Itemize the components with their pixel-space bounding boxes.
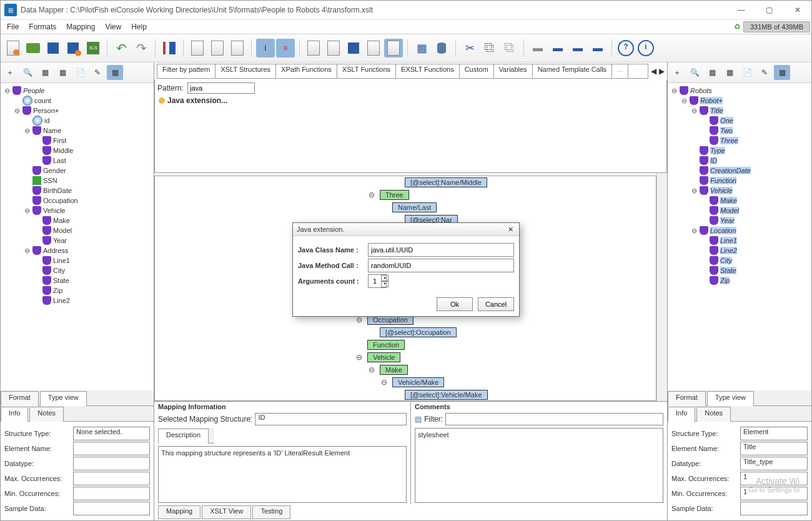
menu-view[interactable]: View (100, 21, 126, 32)
lt-btn4[interactable]: ▦ (54, 65, 71, 80)
copy-button[interactable]: ⿻ (480, 39, 499, 57)
source-node-address[interactable]: ⊖Address (3, 246, 151, 256)
target-node-model[interactable]: Model (670, 206, 809, 216)
center-tab-0[interactable]: Filter by pattern (157, 64, 215, 78)
cut-button[interactable]: ✂ (460, 39, 479, 57)
center-tab-5[interactable]: Custom (460, 64, 494, 78)
doc3-button[interactable] (228, 39, 247, 57)
pattern-input[interactable] (187, 82, 255, 94)
target-node-function[interactable]: Function (670, 176, 809, 186)
grid-button[interactable]: ▦ (412, 39, 431, 57)
lt-btn1[interactable]: ＋ (2, 65, 18, 80)
info1-button[interactable]: i (256, 39, 275, 57)
target-node-one[interactable]: One (670, 116, 809, 126)
source-node-people[interactable]: ⊖People (3, 86, 151, 96)
cancel-button[interactable]: Cancel (478, 297, 514, 311)
menu-file[interactable]: File (2, 21, 24, 32)
center-tab-3[interactable]: XSLT Functions (337, 64, 396, 78)
target-node-state[interactable]: State (670, 265, 809, 275)
ok-button[interactable]: Ok (437, 297, 473, 311)
target-node-robots[interactable]: ⊖Robots (670, 86, 809, 96)
doc1-button[interactable] (188, 39, 207, 57)
target-node-line1[interactable]: Line1 (670, 236, 809, 246)
spinner-down-icon[interactable]: ▼ (381, 281, 389, 287)
page1-button[interactable] (304, 39, 323, 57)
rt-btn1[interactable]: ＋ (669, 65, 685, 80)
tab-typeview-left[interactable]: Type view (40, 391, 87, 406)
args-count-input[interactable] (369, 275, 381, 287)
source-node-last[interactable]: Last (3, 156, 151, 166)
lt-btn6[interactable]: ✎ (89, 65, 106, 80)
target-node-creationdate[interactable]: CreationDate (670, 166, 809, 176)
comments-list[interactable]: stylesheet (415, 428, 663, 503)
target-node-title[interactable]: ⊖Title (670, 106, 809, 116)
rt-btn5[interactable]: 📄 (739, 65, 755, 80)
tab-testing[interactable]: Testing (252, 505, 290, 519)
save-as-button[interactable] (64, 39, 82, 57)
folder3-button[interactable]: ▬ (568, 39, 587, 57)
rt-btn3[interactable]: ▦ (704, 65, 720, 80)
target-node-location[interactable]: ⊖Location (670, 226, 809, 236)
center-tab-6[interactable]: Variables (494, 64, 533, 78)
source-node-zip[interactable]: Zip (3, 285, 151, 295)
source-node-birthdate[interactable]: BirthDate (3, 186, 151, 196)
source-node-gender[interactable]: Gender (3, 166, 151, 176)
source-node-first[interactable]: First (3, 136, 151, 146)
target-tree[interactable]: ⊖Robots⊖Robot+⊖TitleOneTwoThreeTypeIDCre… (668, 83, 811, 390)
rt-btn7[interactable]: ▦ (774, 65, 790, 80)
lt-btn3[interactable]: ▦ (37, 65, 53, 80)
dialog-close-icon[interactable]: ✕ (505, 226, 515, 234)
close-button[interactable]: ✕ (783, 1, 811, 19)
map-node-0[interactable]: [@select]:Name/Middle (405, 176, 488, 189)
tab-notes-right[interactable]: Notes (696, 407, 731, 422)
lt-btn5[interactable]: 📄 (72, 65, 88, 80)
map-node-1[interactable]: ⊖Three (380, 189, 488, 201)
description-textarea[interactable]: This mapping structure represents a 'ID'… (158, 446, 407, 503)
map-node-17[interactable]: [@select]:Vehicle/Make (405, 389, 488, 401)
source-tree[interactable]: ⊖Peoplecount⊖Person+id⊖NameFirstMiddleLa… (1, 83, 154, 390)
target-node-id[interactable]: ID (670, 156, 809, 166)
target-node-three[interactable]: Three (670, 136, 809, 146)
source-node-year[interactable]: Year (3, 236, 151, 246)
scroll-left-icon[interactable]: ◀ (651, 67, 656, 76)
page4-button[interactable] (364, 39, 383, 57)
target-node-two[interactable]: Two (670, 126, 809, 136)
source-node-id[interactable]: id (3, 116, 151, 126)
scroll-right-icon[interactable]: ▶ (659, 67, 665, 76)
tab-description[interactable]: Description (158, 429, 209, 444)
source-node-vehicle[interactable]: ⊖Vehicle (3, 206, 151, 216)
new-file-button[interactable] (4, 39, 22, 57)
source-node-name[interactable]: ⊖Name (3, 126, 151, 136)
target-node-line2[interactable]: Line2 (670, 246, 809, 256)
page5-button[interactable] (384, 39, 403, 57)
tab-mapping[interactable]: Mapping (158, 505, 201, 519)
folder2-button[interactable]: ▬ (548, 39, 567, 57)
source-node-occupation[interactable]: Occupation (3, 196, 151, 206)
tab-typeview-right[interactable]: Type view (707, 391, 754, 406)
source-node-person+[interactable]: ⊖Person+ (3, 106, 151, 116)
about-button[interactable]: i (636, 39, 655, 57)
java-extension-item[interactable]: Java extension... (157, 95, 664, 106)
folder1-button[interactable]: ▬ (528, 39, 547, 57)
class-name-input[interactable] (368, 243, 514, 257)
tab-info-left[interactable]: Info (1, 407, 28, 422)
tab-info-right[interactable]: Info (668, 407, 695, 422)
map-node-14[interactable]: ⊖Vehicle (367, 351, 488, 364)
method-call-input[interactable] (368, 259, 514, 272)
source-node-count[interactable]: count (3, 96, 151, 106)
args-count-spinner[interactable]: ▲ ▼ (368, 274, 387, 288)
tab-notes-left[interactable]: Notes (29, 407, 64, 422)
redo-button[interactable]: ↷ (132, 39, 151, 57)
export-xls-button[interactable]: XLS (84, 39, 102, 57)
folder4-button[interactable]: ▬ (588, 39, 607, 57)
source-node-middle[interactable]: Middle (3, 146, 151, 156)
source-node-make[interactable]: Make (3, 216, 151, 226)
tab-xslt-view[interactable]: XSLT View (202, 505, 251, 519)
page2-button[interactable] (324, 39, 343, 57)
lt-btn7[interactable]: ▦ (107, 65, 123, 80)
rt-btn4[interactable]: ▦ (721, 65, 738, 80)
db-button[interactable] (432, 39, 451, 57)
target-node-robot+[interactable]: ⊖Robot+ (670, 96, 809, 106)
tab-format-left[interactable]: Format (1, 391, 39, 406)
menu-mapping[interactable]: Mapping (61, 21, 100, 32)
